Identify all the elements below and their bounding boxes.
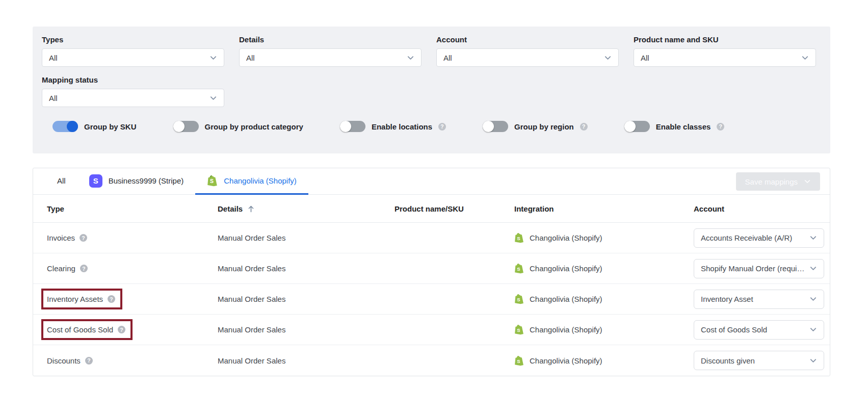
toggle-group-by-sku: Group by SKU xyxy=(52,121,137,132)
shopify-icon: S xyxy=(207,175,218,187)
stripe-icon xyxy=(89,174,102,188)
filter-mapping-status-label: Mapping status xyxy=(42,75,224,84)
table-row: Discounts Manual Order Sales S Changoliv… xyxy=(33,345,830,376)
column-header-account[interactable]: Account xyxy=(694,204,830,213)
account-value: Shopify Manual Order (requi… xyxy=(701,264,804,273)
enable-locations-toggle[interactable] xyxy=(340,121,365,132)
filter-product-sku: Product name and SKU All xyxy=(634,35,816,67)
type-cell: Clearing xyxy=(47,264,218,273)
chevron-down-icon xyxy=(209,54,217,62)
filter-mapping-status-select[interactable]: All xyxy=(42,89,224,107)
filter-product-sku-label: Product name and SKU xyxy=(634,35,816,44)
group-by-sku-toggle[interactable] xyxy=(52,121,78,132)
chevron-down-icon xyxy=(809,357,817,365)
column-header-details[interactable]: Details xyxy=(218,204,394,213)
details-cell: Manual Order Sales xyxy=(218,295,394,303)
filter-product-sku-select[interactable]: All xyxy=(634,48,816,67)
account-value: Discounts given xyxy=(701,356,755,365)
chevron-down-icon xyxy=(801,54,809,62)
integration-label: Changolivia (Shopify) xyxy=(530,264,602,273)
chevron-down-icon xyxy=(809,234,817,242)
enable-classes-toggle[interactable] xyxy=(624,121,650,132)
row-type-label: Clearing xyxy=(47,264,75,273)
details-cell: Manual Order Sales xyxy=(218,356,394,365)
question-mark-icon[interactable] xyxy=(80,265,88,272)
account-cell: Inventory Asset xyxy=(694,290,830,309)
toggle-knob xyxy=(483,121,494,132)
group-by-product-category-toggle[interactable] xyxy=(173,121,199,132)
account-select[interactable]: Inventory Asset xyxy=(694,290,824,309)
row-type-label: Discounts xyxy=(47,356,81,365)
type-cell: Inventory Assets xyxy=(47,289,218,309)
save-mappings-button[interactable]: Save mappings xyxy=(736,172,820,191)
account-select[interactable]: Cost of Goods Sold xyxy=(694,320,824,340)
mappings-card: All Business9999 (Stripe) S Changolivia … xyxy=(33,168,830,376)
account-cell: Shopify Manual Order (requi… xyxy=(694,259,830,278)
integration-cell: S Changolivia (Shopify) xyxy=(514,324,694,335)
question-mark-icon[interactable] xyxy=(118,326,125,333)
filter-details: Details All xyxy=(239,35,422,67)
highlight-box: Inventory Assets xyxy=(41,289,122,309)
account-select[interactable]: Accounts Receivable (A/R) xyxy=(694,228,824,248)
shopify-icon: S xyxy=(514,263,524,274)
chevron-down-icon xyxy=(407,54,414,62)
tab-business9999-stripe[interactable]: Business9999 (Stripe) xyxy=(77,168,196,195)
tab-all[interactable]: All xyxy=(45,168,77,195)
question-mark-icon[interactable] xyxy=(85,357,93,365)
toggle-knob xyxy=(340,121,351,132)
table-row: Inventory Assets Manual Order Sales S Ch… xyxy=(33,284,830,315)
integration-label: Changolivia (Shopify) xyxy=(530,356,602,365)
filter-row-secondary: Mapping status All xyxy=(42,75,821,107)
filters-panel: Types All Details All Account All Produc… xyxy=(33,27,830,153)
chevron-down-icon xyxy=(209,94,217,102)
enable-classes-label: Enable classes xyxy=(656,122,711,131)
toggle-enable-classes: Enable classes xyxy=(624,121,725,132)
filter-types-value: All xyxy=(49,54,58,62)
account-select[interactable]: Shopify Manual Order (requi… xyxy=(694,259,824,278)
question-mark-icon[interactable] xyxy=(80,234,87,242)
save-mappings-label: Save mappings xyxy=(745,177,798,186)
table-row: Cost of Goods Sold Manual Order Sales S … xyxy=(33,315,830,345)
enable-locations-label: Enable locations xyxy=(372,122,432,131)
shopify-icon: S xyxy=(514,324,524,335)
tab-changolivia-shopify[interactable]: S Changolivia (Shopify) xyxy=(195,168,308,195)
integration-tabbar: All Business9999 (Stripe) S Changolivia … xyxy=(33,168,830,195)
shopify-icon: S xyxy=(514,232,524,243)
filter-account: Account All xyxy=(436,35,619,67)
svg-text:S: S xyxy=(210,178,214,184)
filter-types-select[interactable]: All xyxy=(42,48,224,67)
question-mark-icon[interactable] xyxy=(580,123,588,131)
group-by-region-toggle[interactable] xyxy=(483,121,508,132)
integration-cell: S Changolivia (Shopify) xyxy=(514,294,694,304)
filter-account-select[interactable]: All xyxy=(436,48,619,67)
integration-cell: S Changolivia (Shopify) xyxy=(514,263,694,274)
toggle-group-by-region: Group by region xyxy=(483,121,588,132)
question-mark-icon[interactable] xyxy=(438,123,446,131)
tab-shopify-label: Changolivia (Shopify) xyxy=(224,176,297,185)
filter-row-primary: Types All Details All Account All Produc… xyxy=(42,35,821,67)
toggles-row: Group by SKU Group by product category E… xyxy=(42,121,821,132)
type-wrap: Discounts xyxy=(47,356,93,365)
question-mark-icon[interactable] xyxy=(717,123,724,131)
chevron-down-icon xyxy=(809,295,817,303)
account-value: Cost of Goods Sold xyxy=(701,325,767,334)
question-mark-icon[interactable] xyxy=(108,295,115,303)
row-type-label: Cost of Goods Sold xyxy=(47,325,113,334)
column-header-integration[interactable]: Integration xyxy=(514,204,694,213)
account-value: Inventory Asset xyxy=(701,295,753,303)
account-cell: Cost of Goods Sold xyxy=(694,320,830,340)
column-header-product-sku[interactable]: Product name/SKU xyxy=(394,204,514,213)
sort-ascending-icon xyxy=(247,204,255,213)
svg-text:S: S xyxy=(517,358,520,364)
account-value: Accounts Receivable (A/R) xyxy=(701,234,792,242)
filter-details-select[interactable]: All xyxy=(239,48,422,67)
integration-label: Changolivia (Shopify) xyxy=(530,234,602,242)
group-by-product-category-label: Group by product category xyxy=(205,122,303,131)
integration-label: Changolivia (Shopify) xyxy=(530,295,602,303)
account-select[interactable]: Discounts given xyxy=(694,351,824,370)
table-header-row: Type Details Product name/SKU Integratio… xyxy=(33,195,830,223)
integration-label: Changolivia (Shopify) xyxy=(530,325,602,334)
svg-text:S: S xyxy=(517,327,520,333)
column-header-type[interactable]: Type xyxy=(47,204,218,213)
svg-text:S: S xyxy=(517,297,520,302)
